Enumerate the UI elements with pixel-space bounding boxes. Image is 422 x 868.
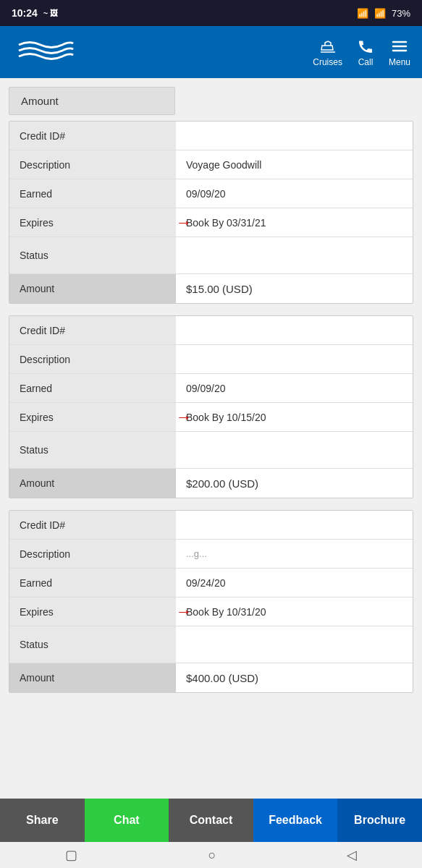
brochure-button[interactable]: Brochure	[337, 799, 422, 842]
status-bar: 10:24 ~ 🖼 📶 📶 73%	[0, 0, 422, 26]
amount-label-2: Amount	[9, 469, 176, 498]
expires-row-2: Expires → Book By 10/15/20	[9, 403, 413, 432]
home-button[interactable]: ○	[208, 848, 216, 863]
status-label-3: Status	[9, 626, 176, 663]
share-button[interactable]: Share	[0, 799, 85, 842]
credit-id-value-3	[176, 511, 413, 539]
credit-id-row-3: Credit ID#	[9, 511, 413, 540]
expires-row-3: Expires → Book By 10/31/20	[9, 597, 413, 626]
chat-button[interactable]: Chat	[85, 799, 169, 842]
credit-id-row-1: Credit ID#	[9, 122, 413, 150]
contact-button[interactable]: Contact	[169, 799, 253, 842]
description-row-3: Description ...g...	[9, 540, 413, 569]
status-row-3: Status	[9, 626, 413, 663]
nav-cruises[interactable]: Cruises	[313, 38, 342, 67]
amount-row-1: Amount $15.00 (USD)	[9, 274, 413, 303]
credit-id-value-2	[176, 316, 413, 344]
earned-row-1: Earned 09/09/20	[9, 179, 413, 208]
status-value-1	[176, 237, 413, 273]
description-label-2: Description	[9, 345, 176, 373]
expires-value-3: Book By 10/31/20	[176, 597, 413, 626]
expires-label-1: Expires →	[9, 208, 176, 237]
credit-id-value-1	[176, 122, 413, 150]
amount-value-3: $400.00 (USD)	[176, 663, 413, 692]
earned-label-1: Earned	[9, 179, 176, 208]
expires-label-3: Expires →	[9, 597, 176, 626]
credit-block-3: Credit ID# Description ...g... Earned 09…	[9, 510, 413, 693]
earned-row-2: Earned 09/09/20	[9, 374, 413, 403]
expires-value-1: Book By 03/31/21	[176, 208, 413, 237]
status-time: 10:24 ~ 🖼	[12, 7, 58, 19]
expires-label-2: Expires →	[9, 403, 176, 431]
amount-header-partial: Amount	[9, 87, 175, 115]
back-button[interactable]: ◁	[347, 847, 357, 863]
expires-arrow-3: →	[176, 603, 192, 621]
description-value-1: Voyage Goodwill	[176, 150, 413, 179]
expires-row-1: Expires → Book By 03/31/21	[9, 208, 413, 237]
status-value-3	[176, 626, 413, 663]
earned-label-3: Earned	[9, 569, 176, 597]
amount-label-3: Amount	[9, 663, 176, 692]
earned-label-2: Earned	[9, 374, 176, 402]
status-label-1: Status	[9, 237, 176, 273]
logo	[12, 34, 77, 70]
earned-value-3: 09/24/20	[176, 569, 413, 597]
feedback-button[interactable]: Feedback	[253, 799, 338, 842]
credit-block-2: Credit ID# Description Earned 09/09/20 E…	[9, 315, 413, 498]
expires-value-2: Book By 10/15/20	[176, 403, 413, 431]
earned-value-1: 09/09/20	[176, 179, 413, 208]
credit-id-label-2: Credit ID#	[9, 316, 176, 344]
main-content: Credit ID# Description Voyage Goodwill E…	[0, 115, 422, 799]
nav-icons: Cruises Call Menu	[313, 38, 410, 67]
status-label-2: Status	[9, 432, 176, 468]
amount-row-3: Amount $400.00 (USD)	[9, 663, 413, 692]
status-icons: 📶 📶 73%	[357, 8, 410, 19]
earned-value-2: 09/09/20	[176, 374, 413, 402]
description-value-3: ...g...	[176, 540, 413, 568]
description-row-1: Description Voyage Goodwill	[9, 150, 413, 179]
description-row-2: Description	[9, 345, 413, 374]
credit-id-label-3: Credit ID#	[9, 511, 176, 539]
credit-id-label-1: Credit ID#	[9, 122, 176, 150]
credit-id-row-2: Credit ID#	[9, 316, 413, 345]
amount-value-1: $15.00 (USD)	[176, 274, 413, 303]
ship-icon	[319, 38, 337, 55]
earned-row-3: Earned 09/24/20	[9, 569, 413, 597]
amount-value-2: $200.00 (USD)	[176, 469, 413, 498]
description-value-2	[176, 345, 413, 373]
royal-caribbean-logo	[12, 34, 77, 70]
menu-icon	[391, 38, 408, 55]
bottom-bar: Share Chat Contact Feedback Brochure	[0, 799, 422, 842]
header: Cruises Call Menu	[0, 26, 422, 78]
status-row-1: Status	[9, 237, 413, 274]
status-value-2	[176, 432, 413, 468]
recent-apps-button[interactable]: ▢	[65, 847, 77, 863]
nav-menu[interactable]: Menu	[389, 38, 410, 67]
description-label-3: Description	[9, 540, 176, 568]
credit-block-1: Credit ID# Description Voyage Goodwill E…	[9, 121, 413, 304]
phone-icon	[357, 38, 374, 55]
expires-arrow-1: →	[176, 213, 192, 232]
amount-row-2: Amount $200.00 (USD)	[9, 469, 413, 498]
amount-label-1: Amount	[9, 274, 176, 303]
description-label-1: Description	[9, 150, 176, 179]
expires-arrow-2: →	[176, 408, 192, 427]
phone-bottom-nav: ▢ ○ ◁	[0, 842, 422, 868]
status-row-2: Status	[9, 432, 413, 469]
nav-call[interactable]: Call	[357, 38, 374, 67]
